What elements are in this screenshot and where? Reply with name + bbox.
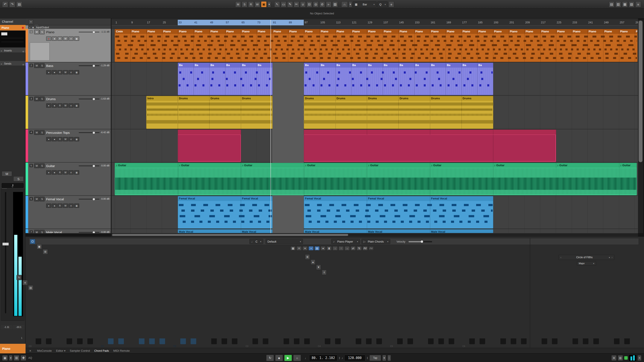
track-monitor-button[interactable]: ◄ bbox=[52, 70, 57, 74]
history-button[interactable]: ▤ bbox=[16, 1, 22, 7]
right-zone-toggle-icon[interactable]: ▧ bbox=[629, 1, 634, 7]
track-freeze-button[interactable]: ▦ bbox=[74, 170, 79, 175]
fader-handle[interactable] bbox=[2, 243, 9, 246]
chord-pads-mini-icon-12[interactable]: AV bbox=[362, 246, 368, 251]
piano-black-key[interactable] bbox=[397, 339, 403, 344]
snap-mode-button[interactable]: ◉ bbox=[2, 355, 8, 361]
piano-black-key[interactable] bbox=[552, 339, 558, 344]
clip-male-vocal[interactable]: Male VocalMale VocalMale Vocal bbox=[304, 229, 493, 233]
track-monitor-button[interactable]: ◄ bbox=[52, 204, 57, 208]
piano-black-key[interactable] bbox=[263, 339, 268, 344]
track-list-row-percussion-tops[interactable]: 4MSPercussion Tops-6.42 dB●◄RWe▦ bbox=[28, 129, 111, 163]
chord-pads-mini-icon-6[interactable]: ▮ bbox=[326, 246, 332, 251]
vertical-scrollbar[interactable] bbox=[638, 20, 643, 233]
piano-black-key[interactable] bbox=[284, 339, 289, 344]
solo-all-button[interactable]: S bbox=[242, 1, 247, 7]
track-solo-button[interactable]: S bbox=[40, 63, 45, 68]
track-volume-knob[interactable] bbox=[92, 231, 95, 234]
clip-drums[interactable]: Intro bbox=[146, 96, 178, 129]
transport-options-icon[interactable]: ≡ bbox=[638, 355, 642, 361]
piano-black-key[interactable] bbox=[66, 339, 72, 344]
clip-piano[interactable]: CminPianoPianoPianoPianoPianoPianoPianoP… bbox=[115, 29, 638, 62]
track-record-button[interactable]: ● bbox=[46, 204, 51, 208]
next-arrow-icon[interactable]: › bbox=[612, 256, 612, 259]
track-read-button[interactable]: R bbox=[57, 204, 62, 208]
track-freeze-button[interactable]: ▦ bbox=[74, 103, 79, 108]
piano-black-key[interactable] bbox=[449, 339, 454, 344]
track-write-button[interactable]: W bbox=[63, 70, 68, 74]
record-armed-icon[interactable] bbox=[22, 27, 24, 29]
timeline-ruler[interactable]: 1917253341495765738189971051131211291371… bbox=[112, 20, 638, 25]
piano-black-key[interactable] bbox=[294, 339, 300, 344]
mute-all-button[interactable]: M bbox=[235, 1, 241, 7]
clip-drums[interactable]: DrumsDrumsDrumsDrumsDrumsDrums bbox=[304, 96, 493, 129]
piano-black-key[interactable] bbox=[583, 339, 588, 344]
position-display[interactable]: 80. 1. 2.102 bbox=[309, 355, 338, 361]
piano-black-key[interactable] bbox=[624, 339, 630, 344]
snap-mode-caret[interactable]: ▾ bbox=[9, 355, 12, 361]
track-volume-slider[interactable] bbox=[79, 199, 100, 199]
chord-pads-mini-icon-13[interactable]: AV bbox=[368, 246, 374, 251]
position-stepper[interactable]: ▲▼ bbox=[339, 357, 340, 360]
performance-meter-icon[interactable]: ⊕ bbox=[611, 355, 616, 361]
track-freeze-button[interactable]: ▦ bbox=[74, 36, 79, 41]
lower-zone-toggle-icon[interactable]: ▦ bbox=[622, 1, 628, 7]
track-solo-button[interactable]: S bbox=[40, 96, 45, 101]
piano-black-key[interactable] bbox=[149, 339, 155, 344]
close-lower-zone-button[interactable]: ✕ bbox=[28, 349, 32, 353]
vertical-scrollbar-thumb[interactable] bbox=[639, 20, 642, 162]
mute-tool[interactable]: ⊘ bbox=[320, 1, 325, 7]
clip-bass[interactable]: BaBaBaBaBaBa bbox=[178, 63, 273, 95]
track-solo-button[interactable]: S bbox=[40, 163, 45, 168]
clip-male-vocal[interactable]: Male VocalMale Vocal bbox=[178, 229, 273, 233]
play-button[interactable]: ▶ bbox=[284, 355, 292, 361]
track-list-row-male-vocal[interactable]: 7MSMale Vocal0.00 dB●◄RWe▦ bbox=[28, 229, 111, 234]
chord-pads-mini-icon-1[interactable]: ≡ bbox=[296, 246, 302, 251]
track-mute-button[interactable]: M bbox=[34, 130, 39, 135]
redo-button[interactable]: ↷ bbox=[9, 1, 15, 7]
piano-black-key[interactable] bbox=[77, 339, 83, 344]
tempo-mode-caret[interactable]: ▾ bbox=[382, 355, 386, 361]
read-automation-button[interactable]: R bbox=[248, 1, 254, 7]
piano-black-key[interactable] bbox=[180, 339, 186, 344]
piano-black-key[interactable] bbox=[511, 339, 516, 344]
track-list-row-piano[interactable]: 1MSPiano-1.11 dB●◄RWe▦ bbox=[28, 29, 111, 62]
piano-black-key[interactable] bbox=[46, 339, 52, 344]
piano-black-key[interactable] bbox=[118, 339, 124, 344]
track-volume-slider[interactable] bbox=[79, 232, 100, 233]
workspace-menu-icon[interactable]: ≡ bbox=[636, 1, 641, 7]
piano-black-key[interactable] bbox=[521, 339, 526, 344]
piano-black-key[interactable] bbox=[232, 339, 238, 344]
chord-pads-mini-icon-8[interactable]: ↑ bbox=[338, 246, 344, 251]
piano-black-key[interactable] bbox=[222, 339, 227, 344]
piano-black-key[interactable] bbox=[211, 339, 217, 344]
root-key-dropdown[interactable]: ♩ C ▾ bbox=[250, 239, 263, 244]
bypass-sends-icon[interactable]: ⊕ bbox=[22, 62, 24, 67]
track-volume-knob[interactable] bbox=[92, 165, 95, 167]
clip-drums[interactable]: DrumsDrumsDrums bbox=[178, 96, 273, 129]
track-mute-button[interactable]: M bbox=[34, 230, 39, 234]
track-mute-button[interactable]: M bbox=[34, 197, 39, 201]
track-volume-knob[interactable] bbox=[92, 98, 95, 100]
piano-black-key[interactable] bbox=[36, 339, 41, 344]
add-track-button[interactable]: + bbox=[28, 19, 33, 24]
track-edit-button[interactable]: e bbox=[68, 103, 74, 108]
tempo-stepper[interactable]: ▲▼ bbox=[367, 357, 368, 360]
tap-tempo-button[interactable]: Tap bbox=[370, 355, 381, 361]
inspector-track-tab[interactable]: Piano bbox=[0, 25, 26, 30]
zoom-tool[interactable]: ◎ bbox=[313, 1, 318, 7]
track-write-button[interactable]: W bbox=[63, 36, 68, 41]
track-record-button[interactable]: ● bbox=[46, 170, 51, 175]
track-list-row-femal-vocal[interactable]: 6MSFemal Vocal0.00 dB●◄RWe▦ bbox=[28, 196, 111, 229]
split-tool[interactable]: ✂ bbox=[294, 1, 299, 7]
clip-guitar[interactable]: ♪ Guitar♪ Guitar♪ Guitar♪ Guitar♪ Guitar… bbox=[115, 163, 637, 195]
chord-pads-grid-button[interactable]: ⊞ bbox=[43, 249, 48, 254]
track-edit-button[interactable]: e bbox=[68, 170, 74, 175]
erase-tool[interactable]: ⊟ bbox=[306, 1, 312, 7]
piano-black-key[interactable] bbox=[438, 339, 444, 344]
track-volume-knob[interactable] bbox=[92, 131, 95, 134]
track-record-button[interactable]: ● bbox=[46, 36, 51, 41]
track-monitor-button[interactable]: ◄ bbox=[52, 170, 57, 175]
chord-pads-mini-icon-11[interactable]: ⇅ bbox=[356, 246, 362, 251]
chord-pads-mini-icon-2[interactable]: ▾ bbox=[302, 246, 308, 251]
